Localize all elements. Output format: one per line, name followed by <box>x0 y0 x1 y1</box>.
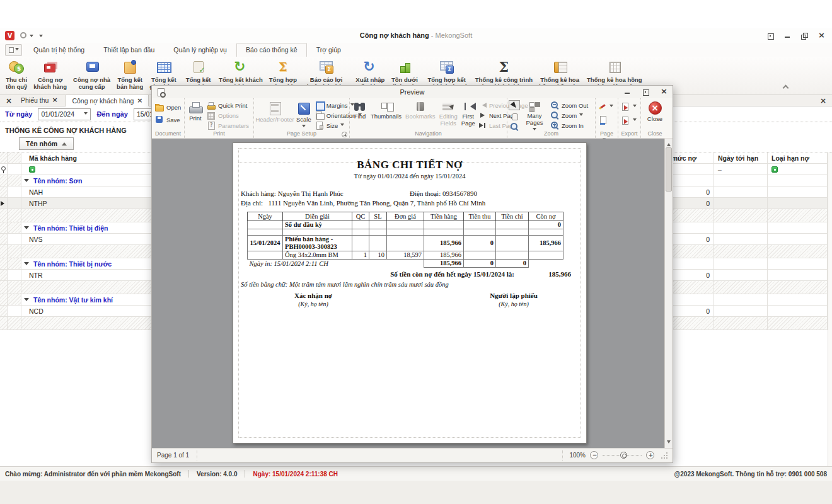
collapse-group-icon[interactable] <box>24 262 29 268</box>
ribbon-tab-2[interactable]: Thiết lập ban đầu <box>94 43 164 57</box>
export-document-button[interactable] <box>620 101 639 112</box>
zoom-out-slider-icon[interactable] <box>590 451 598 459</box>
send-document-icon <box>621 116 630 125</box>
save-button[interactable]: Save <box>153 115 183 125</box>
close-icon[interactable] <box>818 33 824 39</box>
group-by-button[interactable]: Tên nhóm <box>19 137 74 150</box>
due-cell <box>714 258 768 270</box>
close-tabstrip-icon[interactable] <box>818 96 827 106</box>
zoom-in-slider-icon[interactable] <box>646 451 654 459</box>
zoom-slider-knob[interactable] <box>620 452 627 459</box>
filter-type-cell[interactable] <box>768 164 828 175</box>
customer-info-row: Khách hàng: Nguyễn Thị Hạnh Phúc Điện th… <box>241 190 579 197</box>
column-header-due-date[interactable]: Ngày tới hạn <box>714 152 768 164</box>
watermark-icon <box>599 103 607 111</box>
thumbnails-label: Thumbnails <box>371 113 402 120</box>
many-pages-button[interactable]: Many Pages <box>520 100 549 132</box>
ribbon-button-label: Tổng kết bán hàng <box>117 76 143 91</box>
preview-title-bar[interactable]: Preview <box>152 86 673 98</box>
header-footer-button[interactable]: Header/Footer <box>255 100 294 123</box>
hand-tool-button[interactable] <box>509 111 520 121</box>
ribbon-tab-4[interactable]: Báo cáo thống kê <box>236 43 307 57</box>
bookmarks-button[interactable]: Bookmarks <box>403 100 437 120</box>
ribbon-tab-3[interactable]: Quản lý nghiệp vụ <box>164 43 236 57</box>
save-icon <box>155 115 164 124</box>
phone-value: 0934567890 <box>442 190 477 197</box>
many-pages-icon <box>528 101 541 112</box>
preview-scrollbar[interactable] <box>664 139 673 448</box>
report-cell <box>464 251 496 260</box>
zoom-in-button[interactable]: Zoom In <box>549 120 590 130</box>
send-document-button[interactable] <box>620 115 639 125</box>
column-header-debt-type[interactable]: Loại hạn nợ <box>768 152 828 164</box>
close-preview-button[interactable]: Close <box>642 100 667 123</box>
close-tab-icon[interactable] <box>52 96 57 105</box>
header-footer-label: Header/Footer <box>255 117 294 123</box>
hatch-cell <box>0 281 8 294</box>
ribbon-tab-5[interactable]: Trợ giúp <box>307 43 350 57</box>
minimize-icon[interactable] <box>784 33 790 39</box>
report-cell: 15/01/2024 <box>248 236 283 251</box>
quick-print-button[interactable]: Quick Print <box>205 100 251 110</box>
tab-phieu-thu[interactable]: Phiếu thu <box>15 94 63 106</box>
ribbon-button[interactable]: Công nợ khách hàng <box>30 57 70 91</box>
find-button[interactable]: Find <box>351 100 369 120</box>
close-tab-icon[interactable] <box>137 96 142 105</box>
close-document-icon[interactable] <box>4 96 13 106</box>
report-content: BẢNG CHI TIẾT NỢ Từ ngày 01/01/2024 đến … <box>241 149 579 437</box>
filter-due-cell[interactable]: – <box>714 164 768 175</box>
report-column-header: Tiền hàng <box>424 212 464 221</box>
report-cell: 0 <box>529 221 563 229</box>
scrollbar-thumb[interactable] <box>666 147 672 192</box>
address-label: Địa chỉ: <box>241 199 263 207</box>
report-totals-row: Ngày in: 15/01/2024 2:11 CH 185,966 0 0 <box>248 260 563 268</box>
report-row: Ống 34x2.0mm BM11018,597185,966 <box>248 251 563 260</box>
ribbon-button[interactable]: Tổng kết bán hàng <box>113 57 146 91</box>
ribbon-button[interactable]: Công nợ nhà cung cấp <box>70 57 113 91</box>
report-column-header: Đơn giá <box>387 212 424 221</box>
print-button[interactable]: Print <box>186 100 205 122</box>
page-color-button[interactable] <box>597 115 616 125</box>
zoom-icon <box>551 112 559 120</box>
ribbon-tab-1[interactable]: Quản trị hệ thống <box>24 43 94 57</box>
debt-type-cell <box>768 186 828 198</box>
zoom-button[interactable]: Zoom <box>549 110 590 120</box>
pointer-tool-button[interactable] <box>509 100 520 110</box>
due-date-cell <box>714 186 768 198</box>
to-date-label: Đến ngày <box>96 110 128 118</box>
restore-icon[interactable] <box>801 33 807 39</box>
options-icon <box>207 111 216 120</box>
preview-status-bar: Page 1 of 1 100% <box>152 448 673 462</box>
preview-minimize-icon[interactable] <box>624 89 630 95</box>
resize-grip-icon[interactable] <box>661 452 667 459</box>
total-balance-cell <box>529 260 563 268</box>
first-page-button[interactable]: First Page <box>459 100 477 127</box>
options-button[interactable]: Options <box>205 110 251 120</box>
scale-button[interactable]: Scale <box>294 100 313 129</box>
watermark-button[interactable] <box>597 101 616 112</box>
parameters-button[interactable]: Parameters <box>205 120 251 130</box>
ribbon-app-button[interactable] <box>5 44 22 56</box>
editing-fields-button[interactable]: Editing Fields <box>437 100 459 127</box>
chevron-down-icon <box>633 118 637 123</box>
preview-maximize-icon[interactable] <box>642 89 649 95</box>
report-cell: 10 <box>369 251 387 260</box>
zoom-slider-track[interactable] <box>603 455 642 455</box>
hatch-cell <box>0 209 8 222</box>
debt-type-cell <box>768 270 828 281</box>
ribbon-button[interactable]: Thu chi tồn quỹ <box>3 57 30 91</box>
chevron-down-icon[interactable] <box>84 112 88 117</box>
open-button[interactable]: Open <box>153 102 183 112</box>
fullscreen-icon[interactable] <box>767 33 773 39</box>
preview-close-icon[interactable] <box>661 89 667 95</box>
expand-cell <box>8 306 21 317</box>
document-group: Open Save Document <box>152 98 185 138</box>
report-cell: Ống 34x2.0mm BM <box>283 251 352 260</box>
collapse-group-icon[interactable] <box>24 298 29 304</box>
collapse-group-icon[interactable] <box>24 226 29 232</box>
zoom-out-button[interactable]: Zoom Out <box>549 100 590 110</box>
tab-cong-no-khach-hang[interactable]: Công nợ khách hàng <box>66 94 149 106</box>
collapse-group-icon[interactable] <box>24 179 29 185</box>
from-date-input[interactable]: 01/01/2024 <box>38 108 91 120</box>
thumbnails-button[interactable]: Thumbnails <box>369 100 403 120</box>
